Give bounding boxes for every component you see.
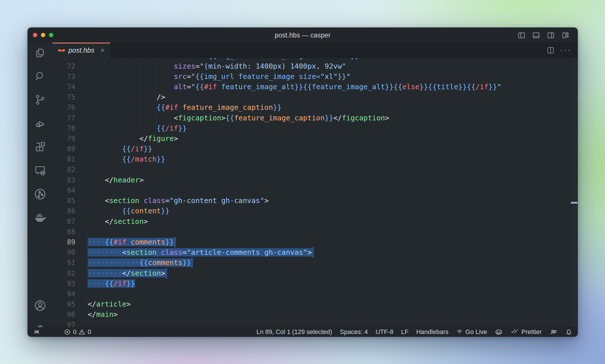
line-number: 73 — [67, 71, 75, 82]
indent-guide — [88, 227, 88, 237]
errors-count: 0 — [73, 328, 76, 336]
line-number: 86 — [67, 206, 75, 216]
code-line[interactable]: /> — [88, 92, 571, 102]
line-number: 82 — [67, 165, 75, 175]
line-number: 90 — [67, 247, 75, 258]
source-control-icon[interactable] — [28, 92, 52, 108]
line-number: 71 — [67, 58, 75, 61]
code-line[interactable]: src="{{img_url feature_image size="xl"}}… — [88, 71, 571, 82]
code-line[interactable] — [88, 165, 571, 175]
window-title: post.hbs — casper — [28, 28, 578, 43]
line-number: 94 — [67, 289, 75, 299]
customize-layout-icon[interactable] — [560, 30, 570, 40]
language-mode[interactable]: Handlebars — [416, 328, 449, 336]
accounts-icon[interactable] — [28, 298, 52, 314]
code-line[interactable]: ····{{#if comments}} — [88, 237, 571, 247]
line-number: 87 — [67, 216, 75, 227]
status-bar: 0 0 Ln 89, Col 1 (129 selected) Spaces: … — [28, 327, 578, 337]
editor[interactable]: 7172737475767778798081828384858687888990… — [52, 58, 571, 327]
double-check-icon — [511, 328, 519, 336]
warnings-count: 0 — [88, 328, 91, 336]
code-line[interactable]: {{content}} — [88, 206, 571, 216]
git-graph-icon[interactable] — [28, 186, 52, 202]
code-line[interactable]: </article> — [88, 299, 571, 309]
line-number: 80 — [67, 144, 75, 154]
code-line[interactable]: {{/if}} — [88, 144, 571, 154]
code-line[interactable]: {{#if feature_image_caption}} — [88, 102, 571, 113]
line-number: 93 — [67, 279, 75, 289]
code-line[interactable]: </section> — [88, 216, 571, 227]
code-line[interactable]: </header> — [88, 175, 571, 185]
line-number: 88 — [67, 227, 75, 237]
notifications-bell-icon[interactable] — [565, 329, 572, 336]
line-number: 92 — [67, 268, 75, 279]
overview-ruler[interactable] — [571, 58, 578, 327]
encoding-setting[interactable]: UTF-8 — [376, 328, 393, 336]
indent-guide — [88, 165, 88, 175]
line-number: 81 — [67, 154, 75, 164]
cursor-position[interactable]: Ln 89, Col 1 (129 selected) — [257, 328, 332, 336]
line-number: 96 — [67, 309, 75, 320]
line-number: 77 — [67, 113, 75, 123]
docker-icon[interactable] — [28, 210, 52, 226]
code-line[interactable]: <section class="gh-content gh-canvas"> — [88, 196, 571, 206]
line-number: 79 — [67, 134, 75, 144]
line-number: 84 — [67, 185, 75, 196]
code-line[interactable] — [88, 320, 571, 328]
code-line[interactable]: alt="{{#if feature_image_alt}}{{feature_… — [88, 82, 571, 92]
tab-post-hbs[interactable]: post.hbs × — [52, 43, 111, 58]
feedback-icon[interactable] — [549, 328, 557, 336]
line-number: 74 — [67, 82, 75, 92]
handlebars-mustache-icon — [58, 48, 66, 53]
vscode-window: post.hbs — casper post.hbs × — [27, 27, 578, 337]
go-live-button[interactable]: Go Live — [456, 328, 487, 336]
extensions-icon[interactable] — [28, 139, 52, 155]
indentation-setting[interactable]: Spaces: 4 — [340, 328, 368, 336]
line-number: 95 — [67, 299, 75, 309]
remote-explorer-icon[interactable] — [28, 162, 52, 178]
line-number: 85 — [67, 196, 75, 206]
line-number: 76 — [67, 102, 75, 113]
line-number: 75 — [67, 92, 75, 102]
run-and-debug-icon[interactable] — [28, 116, 52, 132]
errors-indicator[interactable]: 0 — [64, 328, 76, 336]
code-lines[interactable]: {{img_url feature_image size="xl"}} 2000… — [88, 58, 571, 327]
line-number: 89 — [67, 237, 75, 247]
prettier-status[interactable]: Prettier — [511, 328, 542, 336]
toggle-primary-sidebar-icon[interactable] — [517, 30, 526, 40]
gutter-numbers: 7172737475767778798081828384858687888990… — [52, 58, 75, 327]
warnings-indicator[interactable]: 0 — [78, 328, 91, 336]
toggle-panel-icon[interactable] — [531, 30, 541, 40]
line-number: 83 — [67, 175, 75, 185]
code-line[interactable] — [88, 185, 571, 196]
broadcast-icon — [456, 328, 463, 336]
code-line[interactable]: {{/match}} — [88, 154, 571, 164]
code-line[interactable]: </figure> — [88, 134, 571, 144]
code-line[interactable]: <figcaption>{{feature_image_caption}}</f… — [88, 113, 571, 123]
search-icon[interactable] — [28, 68, 52, 84]
code-line[interactable]: {{/if}} — [88, 123, 571, 134]
copilot-icon[interactable] — [495, 328, 503, 336]
line-number: 91 — [67, 258, 75, 268]
code-line[interactable]: ············{{comments}} — [88, 258, 571, 268]
overview-cursor-mark — [571, 202, 578, 204]
indent-guide — [105, 165, 105, 175]
tab-label: post.hbs — [68, 46, 94, 54]
code-line[interactable] — [88, 227, 571, 237]
remote-indicator-icon[interactable] — [33, 328, 40, 336]
code-line[interactable] — [88, 289, 571, 299]
code-line[interactable]: </main> — [88, 309, 571, 320]
eol-setting[interactable]: LF — [401, 328, 409, 336]
title-bar: post.hbs — casper — [28, 28, 578, 43]
code-line[interactable]: sizes="(min-width: 1400px) 1400px, 92vw" — [88, 61, 571, 71]
explorer-icon[interactable] — [28, 45, 52, 61]
tab-close-icon[interactable]: × — [99, 47, 106, 54]
more-actions-icon[interactable]: ··· — [560, 45, 571, 55]
code-line[interactable]: ········<section class="article-comments… — [88, 247, 571, 258]
split-editor-icon[interactable] — [546, 45, 555, 55]
code-line[interactable]: ····{{/if}} — [88, 279, 571, 289]
code-line[interactable]: {{img_url feature_image size="xl"}} 2000… — [88, 58, 571, 61]
indent-guide — [88, 289, 88, 299]
toggle-secondary-sidebar-icon[interactable] — [546, 30, 555, 40]
code-line[interactable]: ········</section> — [88, 268, 571, 279]
